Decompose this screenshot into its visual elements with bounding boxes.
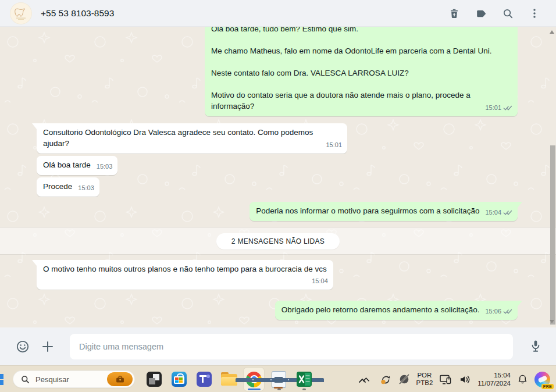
plus-icon[interactable]	[41, 340, 55, 354]
windows-taskbar: Pesquisar	[0, 365, 556, 392]
double-check-icon	[503, 209, 512, 216]
bubble-tail	[32, 123, 37, 129]
copilot-icon[interactable]: PRE	[534, 372, 550, 387]
taskbar-app-icons	[144, 368, 314, 391]
double-check-icon	[503, 105, 512, 111]
language-line2: PTB2	[416, 379, 433, 386]
volume-icon[interactable]	[459, 374, 471, 385]
bubble-tail	[32, 260, 37, 266]
search-icon[interactable]	[501, 7, 514, 20]
message-time: 15:01	[485, 102, 501, 113]
unread-messages-band: 2 MENSAGENS NÃO LIDAS	[0, 227, 556, 255]
message-time: 15:04	[312, 276, 328, 287]
message-outgoing-obrigado[interactable]: Obrigado pelo retorno daremos andamento …	[275, 301, 518, 320]
microphone-icon[interactable]	[528, 338, 543, 355]
message-time: 15:03	[97, 161, 113, 172]
message-time: 15:01	[326, 140, 342, 151]
folder-icon	[221, 372, 237, 386]
scrollbar-down-arrow[interactable]	[550, 320, 554, 323]
emoji-icon[interactable]	[15, 339, 30, 354]
scrollbar-up-arrow[interactable]	[550, 30, 554, 34]
message-time: 15:03	[78, 183, 94, 194]
briefcase-icon	[115, 375, 125, 384]
hidden-icons-chevron[interactable]	[362, 376, 370, 382]
message-composer	[0, 327, 556, 365]
language-line1: POR	[417, 372, 432, 379]
microsoft-store-icon[interactable]	[169, 368, 189, 391]
notepad-logo-icon	[272, 371, 286, 388]
message-text: Olá boa tarde, tudo bem? Estimo que sim.	[211, 27, 511, 34]
copilot-preview-badge: PRE	[541, 384, 554, 389]
message-meta: 15:06	[485, 306, 512, 317]
system-tray: PORPTB2 15:0411/07/2024 PRE	[362, 366, 556, 392]
excel-logo-icon	[297, 372, 312, 387]
message-text: Procede	[43, 181, 72, 192]
unread-messages-pill: 2 MENSAGENS NÃO LIDAS	[216, 233, 340, 250]
message-list: Olá boa tarde, tudo bem? Estimo que sim.…	[0, 27, 556, 320]
message-text: Me chamo Matheus, falo em nome da Odonto…	[211, 45, 511, 56]
search-placeholder-text: Pesquisar	[35, 375, 107, 384]
header-actions	[448, 7, 541, 20]
message-input[interactable]	[70, 334, 513, 359]
sync-icon[interactable]	[380, 373, 392, 386]
taskbar-search[interactable]: Pesquisar	[13, 370, 135, 388]
message-text: O motivo tenho muitos outros planos e nã…	[43, 265, 327, 273]
excel-icon[interactable]	[294, 368, 314, 391]
running-app-indicator	[302, 389, 306, 390]
message-incoming-resposta[interactable]: O motivo tenho muitos outros planos e nã…	[37, 260, 333, 290]
message-time: 15:06	[485, 306, 501, 317]
store-bag-icon	[172, 372, 187, 387]
message-incoming-procede[interactable]: Procede 15:03	[37, 177, 99, 197]
message-text: Neste contato falo com Dra. VALESCA LARR…	[211, 67, 511, 79]
contact-phone-title[interactable]: +55 53 8103-8593	[41, 8, 448, 19]
delete-icon[interactable]	[448, 7, 461, 20]
search-highlight-badge[interactable]	[107, 372, 133, 386]
kebab-menu-icon[interactable]	[528, 7, 541, 20]
message-outgoing-motivo[interactable]: Poderia nos informar o motivo para segui…	[250, 202, 518, 221]
message-text: Consultorio Odontológico Dra Valesca agr…	[43, 128, 313, 148]
overlapping-squares-icon	[147, 372, 162, 387]
chat-panel: Olá boa tarde, tudo bem? Estimo que sim.…	[0, 27, 556, 327]
running-app-indicator	[277, 389, 281, 390]
chat-header: +55 53 8103-8593	[0, 0, 556, 27]
bubble-tail	[518, 301, 522, 307]
bell-icon[interactable]	[517, 373, 528, 385]
contact-avatar[interactable]	[10, 2, 32, 24]
teams-icon[interactable]	[194, 368, 214, 391]
double-check-icon	[503, 308, 512, 315]
task-view-dark-app-icon[interactable]	[144, 368, 164, 391]
message-time: 15:04	[485, 207, 501, 218]
message-outgoing-intro[interactable]: Olá boa tarde, tudo bem? Estimo que sim.…	[205, 27, 518, 116]
message-text: Motivo do contato seria que a doutora nã…	[211, 90, 511, 112]
message-incoming-ola[interactable]: Olá boa tarde 15:03	[37, 156, 117, 175]
language-indicator[interactable]: PORPTB2	[416, 372, 433, 387]
clock-date: 11/07/2024	[477, 380, 511, 387]
taskbar-clock[interactable]: 15:0411/07/2024	[477, 371, 511, 387]
search-icon	[21, 375, 30, 384]
dental-logo-icon	[11, 3, 31, 23]
clock-time: 15:04	[494, 372, 511, 379]
cast-icon[interactable]	[439, 373, 452, 386]
bubble-tail	[518, 202, 522, 208]
message-text: Obrigado pelo retorno daremos andamento …	[281, 304, 480, 315]
scrollbar-thumb[interactable]	[550, 145, 555, 325]
whatsapp-desktop-screen: +55 53 8103-8593	[0, 0, 556, 392]
message-incoming-greeting[interactable]: Consultorio Odontológico Dra Valesca agr…	[37, 123, 347, 154]
teams-logo-icon	[197, 372, 212, 387]
active-app-indicator	[248, 389, 261, 390]
blocked-status-icon[interactable]	[398, 373, 410, 385]
message-text: Poderia nos informar o motivo para segui…	[256, 205, 479, 216]
start-button-partial[interactable]	[0, 374, 3, 385]
label-icon[interactable]	[475, 7, 487, 20]
message-meta: 15:04	[485, 207, 512, 218]
notepad-icon[interactable]	[269, 368, 289, 391]
message-text: Olá boa tarde	[43, 159, 91, 170]
message-meta: 15:01	[485, 102, 512, 113]
